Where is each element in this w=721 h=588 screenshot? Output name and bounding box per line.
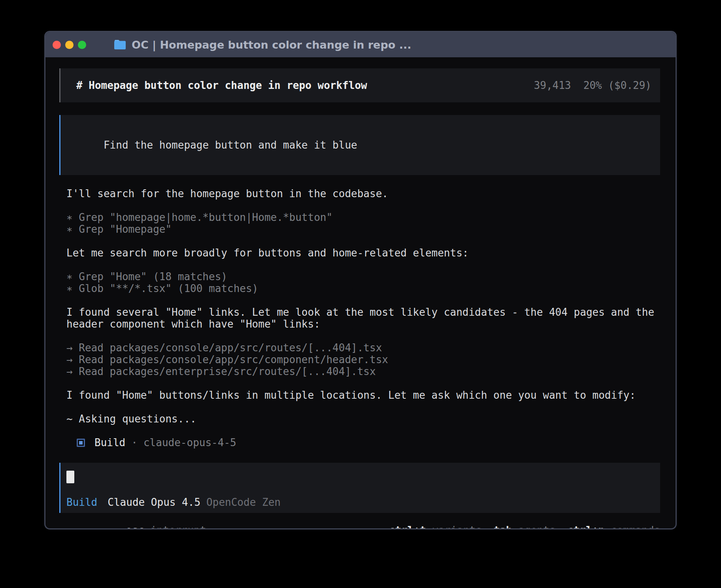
session-title: # Homepage button color change in repo w… <box>76 79 367 91</box>
esc-key-label: esc <box>126 524 144 530</box>
folder-icon <box>114 40 126 50</box>
agent-separator: · <box>131 437 138 449</box>
transcript-line: Let me search more broadly for buttons a… <box>66 247 660 259</box>
transcript-line: header component which have "Home" links… <box>66 318 660 330</box>
transcript-line: ∗ Grep "Homepage" <box>66 223 660 235</box>
transcript-blank-line <box>66 401 660 413</box>
hint-label: variants <box>426 524 482 530</box>
keybinding-hint-agents: tab agents <box>494 524 556 530</box>
transcript-line: ~ Asking questions... <box>66 413 660 425</box>
transcript-line: → Read packages/enterprise/src/routes/[.… <box>66 366 660 377</box>
hint-key: tab <box>494 524 512 530</box>
maximize-button[interactable] <box>78 41 86 49</box>
interrupt-label <box>144 524 151 530</box>
minimize-button[interactable] <box>65 41 74 49</box>
spinner-dots <box>65 530 111 530</box>
spinner-dot <box>103 530 105 530</box>
terminal-window: OC | Homepage button color change in rep… <box>44 31 677 530</box>
transcript-line: I found "Home" buttons/links in multiple… <box>66 389 660 401</box>
hint-key: ctrl+p <box>567 524 604 530</box>
assistant-transcript: I'll search for the homepage button in t… <box>66 188 660 425</box>
model-label[interactable]: Claude Opus 4.5 <box>108 496 200 508</box>
keybinding-hint-variants: ctrl+t variants <box>389 524 482 530</box>
transcript-blank-line <box>66 377 660 389</box>
agent-build-icon <box>77 439 85 447</box>
transcript-line: ∗ Glob "**/*.tsx" (100 matches) <box>66 283 660 294</box>
interrupt-action-label: interrupt <box>151 524 206 530</box>
provider-label: OpenCode Zen <box>206 496 281 508</box>
user-message: Find the homepage button and make it blu… <box>59 115 660 175</box>
hint-label: commands <box>604 524 660 530</box>
window-title: OC | Homepage button color change in rep… <box>132 39 411 51</box>
session-stats: 39,413 20% ($0.29) <box>534 79 651 91</box>
statusbar-left: esc interrupt <box>65 524 206 530</box>
hint-key: ctrl+t <box>389 524 426 530</box>
statusbar: esc interrupt ctrl+t variantstab agentsc… <box>65 524 660 530</box>
hint-label: agents <box>512 524 556 530</box>
transcript-blank-line <box>66 259 660 271</box>
spinner-dot <box>109 530 111 530</box>
spinner-dot <box>65 530 67 530</box>
transcript-line: I'll search for the homepage button in t… <box>66 188 660 200</box>
prompt-input[interactable]: Build Claude Opus 4.5 OpenCode Zen <box>59 463 660 513</box>
keybinding-hint-commands: ctrl+p commands <box>567 524 660 530</box>
mode-label[interactable]: Build <box>66 496 97 508</box>
spinner-dot <box>91 530 92 530</box>
statusbar-hints: ctrl+t variantstab agentsctrl+p commands <box>389 524 660 530</box>
spinner-dot <box>84 530 86 530</box>
transcript-line: ∗ Grep "Home" (18 matches) <box>66 271 660 283</box>
agent-model: claude-opus-4-5 <box>143 437 236 449</box>
transcript-blank-line <box>66 235 660 247</box>
agent-status-row: Build · claude-opus-4-5 <box>77 437 676 449</box>
close-button[interactable] <box>53 41 61 49</box>
spinner-dot <box>78 530 80 530</box>
transcript-line: ∗ Grep "homepage|home.*button|Home.*butt… <box>66 211 660 223</box>
session-header: # Homepage button color change in repo w… <box>59 68 660 102</box>
transcript-blank-line <box>66 294 660 306</box>
transcript-blank-line <box>66 330 660 342</box>
spinner-dot <box>72 530 74 530</box>
transcript-line: → Read packages/console/app/src/routes/[… <box>66 342 660 354</box>
input-mode-row: Build Claude Opus 4.5 OpenCode Zen <box>66 496 651 508</box>
user-message-text: Find the homepage button and make it blu… <box>104 139 357 151</box>
transcript-blank-line <box>66 200 660 211</box>
text-cursor <box>66 471 74 483</box>
traffic-lights <box>53 41 86 49</box>
spinner-dot <box>97 530 99 530</box>
transcript-line: → Read packages/console/app/src/componen… <box>66 354 660 366</box>
interrupt-hint: esc interrupt <box>126 524 206 530</box>
transcript-line: I found several "Home" links. Let me loo… <box>66 306 660 318</box>
titlebar: OC | Homepage button color change in rep… <box>45 32 676 57</box>
agent-name: Build <box>94 437 125 449</box>
terminal-content: # Homepage button color change in repo w… <box>45 57 676 530</box>
